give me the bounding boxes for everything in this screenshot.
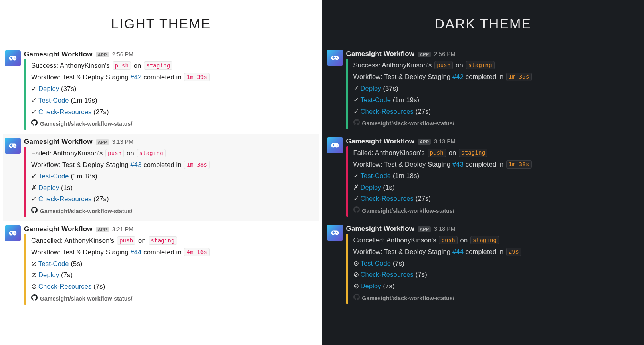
run-number-link[interactable]: #44 (452, 248, 464, 255)
on-word: on (134, 62, 141, 69)
sender-name[interactable]: Gamesight Workflow (24, 138, 93, 146)
workflow-line: Workflow: Test & Deploy Staging #42 comp… (31, 71, 317, 83)
job-status-icon: ✓ (31, 83, 37, 95)
workflow-prefix: Workflow: (353, 248, 383, 255)
job-link[interactable]: Test-Code (38, 97, 69, 104)
sender-name[interactable]: Gamesight Workflow (346, 137, 415, 145)
message-body: Gamesight WorkflowAPP3:13 PMFailed: Anth… (24, 138, 317, 217)
sender-name[interactable]: Gamesight Workflow (346, 50, 415, 58)
branch-tag: staging (470, 236, 499, 244)
job-link[interactable]: Check-Resources (38, 108, 92, 115)
run-number-link[interactable]: #44 (130, 248, 141, 256)
repo-name[interactable]: Gamesight/slack-workflow-status/ (40, 206, 133, 216)
job-link[interactable]: Test-Code (361, 172, 391, 179)
workflow-name: Test & Deploy Staging (384, 73, 451, 80)
duration-tag: 1m 38s (184, 161, 210, 169)
timestamp[interactable]: 3:13 PM (434, 138, 455, 145)
message: Gamesight WorkflowAPP3:13 PMFailed: Anth… (325, 133, 641, 221)
completed-word: completed in (466, 161, 503, 168)
timestamp[interactable]: 3:18 PM (434, 226, 455, 232)
job-link[interactable]: Deploy (38, 184, 59, 191)
job-link[interactable]: Check-Resources (38, 195, 92, 202)
job-link[interactable]: Deploy (361, 282, 381, 289)
repo-name[interactable]: Gamesight/slack-workflow-status/ (362, 293, 455, 303)
job-duration: (27s) (416, 195, 431, 202)
attachment: Success: AnthonyKinson's push on staging… (24, 59, 317, 130)
avatar-icon[interactable] (327, 225, 343, 241)
job-duration: (37s) (61, 85, 76, 92)
completed-word: completed in (143, 161, 181, 168)
actor: AnthonyKinson's (60, 62, 110, 69)
job-list: ⊘Test-Code (5s)⊘Deploy (7s)⊘Check-Resour… (31, 258, 287, 293)
workflow-name: Test & Deploy Staging (384, 248, 451, 255)
timestamp[interactable]: 2:56 PM (112, 51, 133, 58)
job-link[interactable]: Test-Code (38, 172, 69, 180)
job-status-icon: ✓ (353, 94, 359, 106)
sender-name[interactable]: Gamesight Workflow (346, 225, 415, 233)
repo-name[interactable]: Gamesight/slack-workflow-status/ (40, 294, 133, 304)
branch-tag: staging (466, 61, 495, 69)
repo-name[interactable]: Gamesight/slack-workflow-status/ (362, 119, 455, 129)
github-icon (353, 206, 360, 216)
status-line: Cancelled: AnthonyKinson's push on stagi… (31, 235, 317, 246)
job-link[interactable]: Deploy (361, 85, 381, 92)
actor: AnthonyKinson's (382, 61, 432, 69)
job-link[interactable]: Test-Code (361, 260, 391, 267)
job-status-icon: ⊘ (353, 269, 359, 280)
sender-name[interactable]: Gamesight Workflow (24, 225, 93, 233)
job-status-icon: ✓ (31, 171, 37, 182)
job-status-icon: ✓ (353, 106, 359, 117)
avatar-icon[interactable] (5, 50, 21, 66)
job-link[interactable]: Test-Code (361, 96, 391, 103)
message-header: Gamesight WorkflowAPP3:13 PM (346, 137, 640, 145)
duration-tag: 1m 39s (506, 73, 532, 81)
status-line: Success: AnthonyKinson's push on staging (31, 60, 317, 71)
github-icon (31, 206, 38, 216)
run-number-link[interactable]: #43 (130, 161, 141, 168)
status-line: Cancelled: AnthonyKinson's push on stagi… (353, 234, 640, 246)
timestamp[interactable]: 2:56 PM (434, 51, 455, 57)
avatar-icon[interactable] (5, 138, 21, 154)
timestamp[interactable]: 3:21 PM (112, 226, 133, 232)
job-link[interactable]: Check-Resources (361, 271, 414, 278)
run-number-link[interactable]: #42 (130, 73, 141, 81)
avatar-icon[interactable] (327, 50, 343, 66)
github-icon (353, 119, 360, 129)
sender-name[interactable]: Gamesight Workflow (24, 50, 93, 58)
github-icon (31, 119, 38, 129)
job-item: ⊘Check-Resources (7s) (31, 281, 154, 292)
job-duration: (37s) (383, 85, 398, 92)
repo-footer: Gamesight/slack-workflow-status/ (31, 119, 317, 129)
completed-word: completed in (143, 248, 181, 256)
job-status-icon: ✓ (31, 106, 37, 118)
job-link[interactable]: Test-Code (38, 260, 69, 267)
app-badge: APP (418, 52, 431, 57)
on-word: on (456, 61, 463, 69)
job-link[interactable]: Check-Resources (38, 283, 92, 290)
job-link[interactable]: Deploy (38, 85, 59, 92)
status-verb: Failed: (353, 149, 374, 156)
job-status-icon: ✗ (31, 182, 37, 194)
avatar-icon[interactable] (5, 225, 21, 241)
job-link[interactable]: Check-Resources (361, 195, 414, 202)
avatar-icon[interactable] (327, 137, 343, 153)
attachment: Success: AnthonyKinson's push on staging… (346, 59, 640, 129)
job-link[interactable]: Deploy (38, 271, 59, 278)
repo-name[interactable]: Gamesight/slack-workflow-status/ (362, 206, 455, 216)
job-link[interactable]: Check-Resources (361, 108, 414, 115)
duration-tag: 4m 16s (184, 248, 210, 256)
repo-name[interactable]: Gamesight/slack-workflow-status/ (40, 119, 133, 129)
message-body: Gamesight WorkflowAPP3:13 PMFailed: Anth… (346, 137, 640, 217)
job-list: ✓Deploy (37s)✓Test-Code (1m 19s)✓Check-R… (31, 83, 287, 118)
timestamp[interactable]: 3:13 PM (112, 139, 133, 145)
job-item: ✓Test-Code (1m 19s) (31, 95, 154, 106)
run-number-link[interactable]: #42 (452, 73, 464, 80)
job-duration: (1m 19s) (71, 97, 97, 104)
job-link[interactable]: Deploy (361, 184, 381, 191)
job-item: ✓Test-Code (1m 18s) (31, 171, 154, 182)
job-status-icon: ✓ (31, 193, 37, 205)
job-duration: (5s) (71, 260, 82, 267)
run-number-link[interactable]: #43 (452, 161, 464, 168)
app-badge: APP (96, 52, 109, 58)
workflow-name: Test & Deploy Staging (384, 161, 451, 168)
